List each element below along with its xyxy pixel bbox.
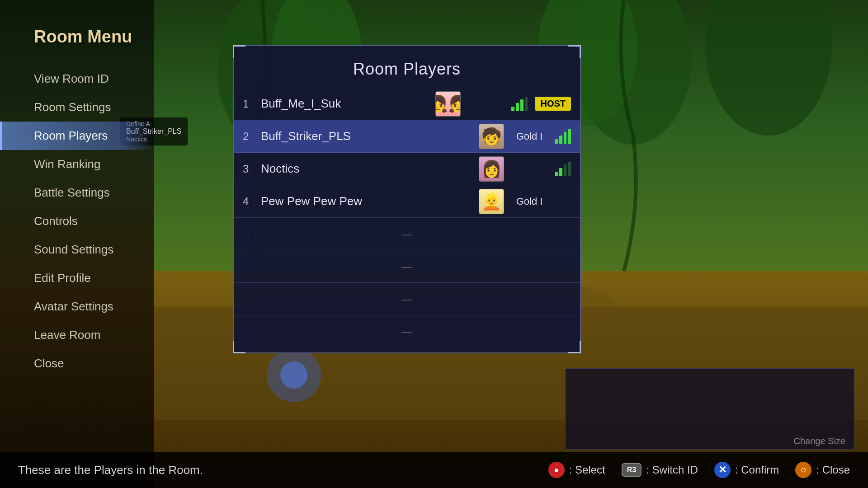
empty-dash-6: —: [401, 260, 412, 273]
empty-dash-5: —: [401, 228, 412, 240]
signal-icon-2: [555, 129, 571, 144]
corner-decoration-tl: [233, 45, 245, 58]
player-rank-2: Gold I: [511, 131, 547, 142]
host-badge: HOST: [535, 97, 571, 111]
sidebar-item-edit-profile[interactable]: Edit Profile: [0, 264, 154, 292]
signal-icon-4: [555, 194, 571, 209]
empty-dash-7: —: [401, 293, 412, 305]
player-row-2[interactable]: 2 Buff_Striker_PLS 🧒 Gold I: [234, 120, 580, 153]
empty-dash-8: —: [401, 325, 412, 338]
empty-slot-5: —: [234, 218, 580, 250]
player-row-4[interactable]: 4 Pew Pew Pew Pew 👱 Gold I: [234, 185, 580, 218]
player-rank-4: Gold I: [511, 196, 547, 207]
sidebar-item-controls[interactable]: Controls: [0, 207, 154, 235]
dialog-title: Room Players: [234, 46, 580, 88]
btn-select-icon: ●: [548, 462, 565, 478]
control-select: ● : Select: [548, 462, 605, 478]
btn-close-icon: ○: [795, 462, 811, 478]
player-name-2: Buff_Striker_PLS: [261, 129, 472, 143]
status-bar: These are the Players in the Room. ● : S…: [0, 452, 868, 488]
sidebar-item-battle-settings[interactable]: Battle Settings: [0, 178, 154, 207]
control-confirm: ✕ : Confirm: [714, 462, 779, 478]
sidebar-item-avatar-settings[interactable]: Avatar Settings: [0, 292, 154, 321]
player-row-1[interactable]: 1 Buff_Me_I_Suk 👧 HOST: [234, 88, 580, 120]
svg-point-10: [280, 361, 307, 389]
empty-slot-8: —: [234, 315, 580, 348]
signal-icon-3: [555, 162, 571, 176]
player-number-3: 3: [243, 163, 254, 175]
player-number-4: 4: [243, 195, 254, 208]
sidebar-item-view-room-id[interactable]: View Room ID: [0, 65, 154, 93]
control-close: ○ : Close: [795, 462, 850, 478]
corner-decoration-tr: [568, 45, 581, 58]
switch-id-label: : Switch ID: [646, 464, 698, 476]
confirm-label: : Confirm: [735, 464, 779, 476]
status-hint: These are the Players in the Room.: [18, 463, 203, 477]
menu-title: Room Menu: [0, 27, 154, 56]
btn-confirm-icon: ✕: [714, 462, 731, 478]
sidebar-item-room-players[interactable]: Room Players: [0, 122, 154, 150]
signal-icon-1: [511, 97, 528, 111]
sidebar-item-room-settings[interactable]: Room Settings: [0, 93, 154, 122]
empty-slot-7: —: [234, 283, 580, 315]
player-name-4: Pew Pew Pew Pew: [261, 194, 472, 208]
room-players-dialog: Room Players 1 Buff_Me_I_Suk 👧 HOST 2 Bu…: [233, 45, 581, 353]
empty-slot-6: —: [234, 250, 580, 283]
player-avatar-2: 🧒: [479, 124, 504, 149]
sidebar-item-sound-settings[interactable]: Sound Settings: [0, 235, 154, 264]
sidebar-menu: Room Menu View Room ID Room Settings Roo…: [0, 0, 154, 343]
sidebar-item-leave-room[interactable]: Leave Room: [0, 321, 154, 349]
controls-bar: ● : Select R3 : Switch ID ✕ : Confirm ○ …: [548, 462, 850, 478]
player-name-1: Buff_Me_I_Suk: [261, 97, 428, 111]
player-number-1: 1: [243, 98, 254, 110]
corner-decoration-bl: [233, 341, 245, 353]
sidebar-item-win-ranking[interactable]: Win Ranking: [0, 150, 154, 178]
player-avatar-1: 👧: [435, 91, 461, 117]
player-avatar-4: 👱: [479, 189, 504, 214]
change-size-hint: Change Size: [793, 436, 845, 446]
player-row-3[interactable]: 3 Noctics 👩: [234, 153, 580, 185]
sidebar-item-close[interactable]: Close: [0, 349, 154, 378]
player-number-2: 2: [243, 130, 254, 143]
select-label: : Select: [569, 464, 605, 476]
control-switch-id: R3 : Switch ID: [622, 463, 698, 477]
player-avatar-3: 👩: [479, 156, 504, 182]
corner-decoration-br: [568, 341, 581, 353]
btn-r3-icon: R3: [622, 463, 642, 477]
player-name-3: Noctics: [261, 162, 472, 176]
close-label: : Close: [816, 464, 850, 476]
